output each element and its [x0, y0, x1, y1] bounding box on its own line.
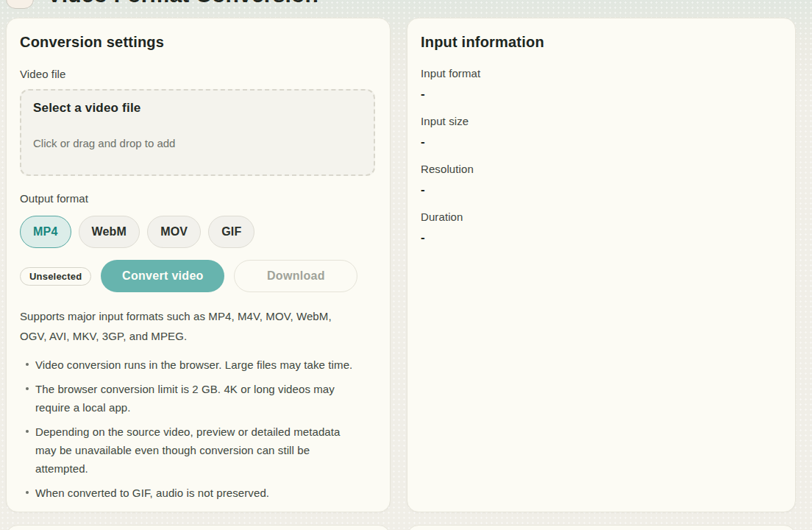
- input-size-label: Input size: [421, 114, 782, 129]
- format-option-webm[interactable]: WebM: [79, 216, 140, 248]
- duration-value: -: [421, 230, 782, 245]
- format-option-mp4[interactable]: MP4: [20, 216, 71, 248]
- input-information-card: Input information Input format - Input s…: [407, 18, 796, 512]
- input-format-label: Input format: [421, 66, 782, 81]
- note-item: Depending on the source video, preview o…: [20, 423, 360, 478]
- format-option-mov[interactable]: MOV: [147, 216, 201, 248]
- input-format-value: -: [421, 87, 782, 102]
- video-file-dropzone[interactable]: Select a video file Click or drag and dr…: [20, 89, 375, 176]
- video-file-label: Video file: [20, 67, 377, 82]
- conversion-settings-card: Conversion settings Video file Select a …: [6, 18, 391, 512]
- supported-formats-text: Supports major input formats such as MP4…: [20, 306, 357, 346]
- duration-label: Duration: [421, 210, 782, 225]
- actions-row: Unselected Convert video Download: [20, 260, 377, 292]
- bottom-right-card: [407, 525, 796, 530]
- page-title: Video Format Conversion: [47, 0, 318, 9]
- conversion-settings-heading: Conversion settings: [20, 32, 377, 52]
- output-format-group: MP4 WebM MOV GIF: [20, 216, 377, 248]
- status-badge: Unselected: [20, 267, 91, 286]
- note-item: The browser conversion limit is 2 GB. 4K…: [20, 380, 360, 417]
- input-size-value: -: [421, 135, 782, 149]
- dropzone-hint: Click or drag and drop to add: [33, 136, 362, 151]
- output-format-label: Output format: [20, 191, 377, 206]
- header-badge[interactable]: [6, 0, 34, 9]
- page: Video Format Conversion Conversion setti…: [0, 0, 812, 530]
- note-item: Video conversion runs in the browser. La…: [20, 356, 360, 374]
- bottom-left-card: [6, 525, 391, 530]
- dropzone-title: Select a video file: [33, 100, 362, 116]
- input-information-heading: Input information: [421, 32, 782, 52]
- resolution-value: -: [421, 183, 782, 197]
- note-item: When converted to GIF, audio is not pres…: [20, 484, 360, 502]
- download-button[interactable]: Download: [234, 260, 357, 292]
- resolution-label: Resolution: [421, 162, 782, 177]
- convert-video-button[interactable]: Convert video: [101, 260, 224, 292]
- format-option-gif[interactable]: GIF: [208, 216, 254, 248]
- notes-list: Video conversion runs in the browser. La…: [20, 356, 377, 502]
